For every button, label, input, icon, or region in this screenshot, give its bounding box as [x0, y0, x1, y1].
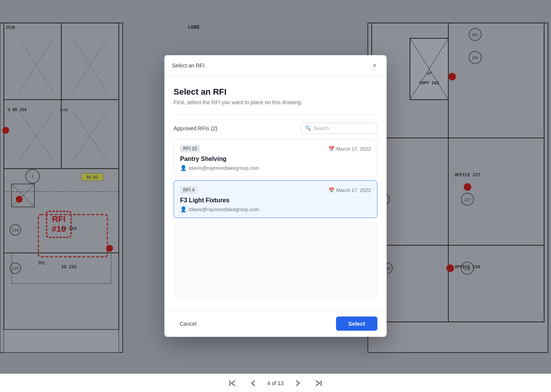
search-box[interactable]: 🔍 [301, 123, 377, 134]
select-button[interactable]: Select [336, 317, 377, 331]
modal-header: Select an RFI × [164, 55, 387, 76]
rfi-card-2[interactable]: RFI 4 📅 March 17, 2022 F3 Light Fixtures… [174, 180, 377, 218]
search-icon: 🔍 [305, 125, 311, 131]
rfi-list: RFI 10 📅 March 17, 2022 Pantry Shelving … [174, 139, 377, 302]
rfi-date-text-1: March 17, 2022 [336, 146, 371, 152]
modal-divider [174, 115, 377, 115]
rfi-date-1: 📅 March 17, 2022 [328, 146, 371, 152]
rfi-title-1: Pantry Shelving [180, 156, 371, 162]
rfi-list-header: Approved RFIs (2) 🔍 [174, 123, 377, 134]
nav-next-button[interactable] [291, 378, 304, 388]
modal-title: Select an RFI [174, 87, 377, 97]
rfi-author-email-1: tdavis@raymondlakegroup.com [189, 165, 259, 171]
user-icon-2: 👤 [180, 206, 187, 212]
bottom-navigation: 4 of 13 [0, 374, 551, 392]
cancel-button[interactable]: Cancel [174, 318, 203, 330]
rfi-badge-1: RFI 10 [180, 145, 200, 153]
rfi-badge-2: RFI 4 [180, 186, 197, 194]
modal-body: Select an RFI First, select the RFI you … [164, 76, 387, 310]
rfi-count-label: Approved RFIs (2) [174, 125, 217, 131]
rfi-date-2: 📅 March 17, 2022 [328, 187, 371, 193]
rfi-date-text-2: March 17, 2022 [336, 187, 371, 193]
rfi-card-2-top: RFI 4 📅 March 17, 2022 [180, 186, 371, 194]
modal-close-button[interactable]: × [370, 61, 379, 70]
modal-header-title: Select an RFI [172, 62, 205, 69]
user-icon-1: 👤 [180, 165, 187, 171]
rfi-list-empty-area [174, 222, 377, 299]
modal-footer: Cancel Select [164, 310, 387, 337]
rfi-author-1: 👤 tdavis@raymondlakegroup.com [180, 165, 371, 171]
modal-backdrop: Select an RFI × Select an RFI First, sel… [0, 0, 551, 392]
nav-prev-button[interactable] [247, 378, 260, 388]
calendar-icon-2: 📅 [328, 187, 335, 193]
nav-last-button[interactable] [312, 378, 325, 388]
rfi-title-2: F3 Light Fixtures [180, 197, 371, 204]
rfi-author-email-2: tdavis@raymondlakegroup.com [189, 207, 259, 212]
nav-page-info: 4 of 13 [267, 380, 284, 386]
rfi-author-2: 👤 tdavis@raymondlakegroup.com [180, 206, 371, 212]
rfi-card-1-top: RFI 10 📅 March 17, 2022 [180, 145, 371, 153]
nav-first-button[interactable] [226, 378, 239, 388]
calendar-icon-1: 📅 [328, 146, 335, 152]
modal-subtitle: First, select the RFI you want to place … [174, 99, 377, 105]
modal-dialog: Select an RFI × Select an RFI First, sel… [164, 55, 387, 337]
search-input[interactable] [313, 125, 373, 131]
rfi-card-1[interactable]: RFI 10 📅 March 17, 2022 Pantry Shelving … [174, 139, 377, 177]
